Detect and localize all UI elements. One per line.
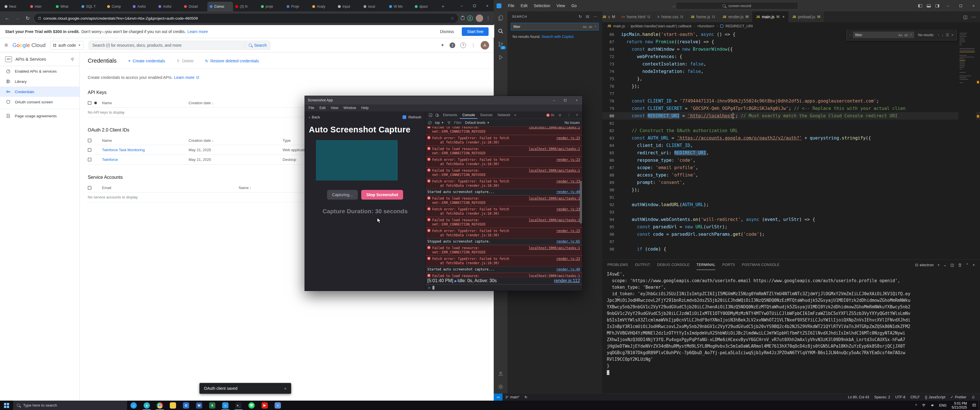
code-line[interactable]: 82 // Construct the OAuth authorization …: [602, 127, 980, 134]
new-terminal-icon[interactable]: +: [937, 263, 940, 267]
console-log-list[interactable]: ×Failed to load resource: net::ERR_CONNE…: [426, 127, 582, 277]
terminal-output[interactable]: I4swE', scope: 'https://www.googleapis.c…: [602, 270, 980, 393]
start-free-button[interactable]: Start free: [462, 27, 488, 36]
maximize-button[interactable]: [560, 96, 571, 105]
match-case-icon[interactable]: Aa: [899, 33, 902, 37]
banner-learn-more-link[interactable]: Learn more: [188, 29, 208, 34]
issues-counter[interactable]: No Issues: [565, 121, 580, 125]
hamburger-menu-icon[interactable]: ≡: [5, 42, 8, 48]
breadcrumb-item[interactable]: ipcMain.handle('start-oauth') callback: [631, 24, 692, 28]
language-indicator[interactable]: ENG: [937, 400, 949, 410]
source-link[interactable]: render.js:23: [556, 180, 580, 184]
whole-word-icon[interactable]: ab: [904, 33, 908, 37]
code-line[interactable]: 79 const CLIENT_SECRET = 'GOCSPX-Qmh_OGP…: [602, 105, 980, 112]
toggle-panel-icon[interactable]: [924, 0, 933, 11]
search-icon[interactable]: [494, 24, 508, 38]
toggle-sidebar-icon[interactable]: [916, 0, 924, 11]
breadcrumb-item[interactable]: REDIRECT_URI: [725, 24, 753, 28]
browser-tab[interactable]: Proje: [284, 2, 310, 11]
devtools-tab-sources[interactable]: Sources: [477, 111, 495, 119]
clear-results-icon[interactable]: ⊟: [586, 14, 590, 19]
code-line[interactable]: 72 webPreferences: {: [602, 53, 980, 60]
maximize-button[interactable]: [468, 0, 481, 11]
column-header[interactable]: Name: [102, 101, 189, 105]
regex-icon[interactable]: .*: [594, 25, 596, 29]
regex-icon[interactable]: .*: [910, 33, 912, 37]
browser-tab[interactable]: Inter: [28, 2, 54, 11]
browser-tab[interactable]: local: [361, 2, 387, 11]
source-link[interactable]: render.js:23: [556, 158, 580, 162]
code-line[interactable]: 73 contextIsolation: false,: [602, 60, 980, 68]
indentation[interactable]: Spaces: 2: [872, 395, 893, 399]
source-link[interactable]: render.js:23: [556, 136, 580, 140]
code-line[interactable]: 76 });: [602, 83, 980, 90]
menu-item-view[interactable]: View: [328, 106, 341, 110]
menu-item-window[interactable]: Window: [341, 106, 359, 110]
code-line[interactable]: 92 authWindow.loadURL(AUTH_URL);: [602, 201, 980, 208]
tab-close-icon[interactable]: ×: [782, 14, 784, 19]
sync-icon[interactable]: ↻: [522, 395, 530, 399]
back-button[interactable]: ‹Back: [309, 115, 320, 119]
code-line[interactable]: 90 });: [602, 186, 980, 194]
row-checkbox[interactable]: [88, 158, 91, 161]
refresh-button[interactable]: Refresh: [402, 115, 422, 119]
editor-scrollbar[interactable]: [976, 30, 980, 259]
devtools-settings-icon[interactable]: [557, 113, 563, 117]
delete-button[interactable]: Delete: [177, 59, 193, 63]
client-name-link[interactable]: Twinforce: [102, 157, 118, 162]
notifications-bell-icon[interactable]: [969, 395, 978, 399]
editor-actions-icon[interactable]: ⋯: [972, 14, 976, 20]
browser-tab[interactable]: What: [54, 2, 79, 11]
source-link[interactable]: localhost:3000/api/tasks:1: [529, 127, 580, 130]
code-line[interactable]: 98 if (code) {: [602, 245, 980, 253]
browser-tab[interactable]: (3) N: [233, 2, 259, 11]
code-line[interactable]: 77: [602, 90, 980, 97]
code-line[interactable]: 88 access_type: 'offline',: [602, 172, 980, 179]
reload-button[interactable]: ↻: [24, 15, 31, 21]
sidebar-item-page-usage-agreements[interactable]: Page usage agreements: [0, 111, 80, 121]
close-button[interactable]: ×: [571, 96, 582, 105]
browser-avatar[interactable]: [476, 14, 483, 22]
browser-tab[interactable]: Asiful: [130, 2, 156, 11]
editor-tab-home-html[interactable]: <>home.htmlU: [617, 11, 654, 22]
code-line[interactable]: 87 scope: 'email profile',: [602, 164, 980, 172]
find-next-icon[interactable]: ↓: [942, 33, 943, 37]
dismiss-button[interactable]: Dismiss: [440, 29, 454, 34]
match-case-icon[interactable]: Aa: [583, 25, 587, 29]
more-tabs-icon[interactable]: »: [513, 113, 518, 117]
context-selector[interactable]: top▼: [435, 121, 444, 125]
column-header[interactable]: Creation date↓: [189, 138, 283, 143]
minimap[interactable]: [958, 30, 976, 259]
browser-tab[interactable]: W Mo: [387, 2, 412, 11]
more-options-icon[interactable]: ⋮: [471, 43, 476, 48]
devtools-close-icon[interactable]: ×: [574, 113, 579, 117]
code-editor[interactable]: 66ipcMain.handle('start-oauth', async ()…: [602, 30, 980, 259]
editor-tab-home-js[interactable]: JShome.jsU: [687, 11, 719, 22]
code-line[interactable]: 75 },: [602, 75, 980, 83]
devtools-tab-console[interactable]: Console: [460, 111, 477, 119]
menu-item-view[interactable]: View: [554, 3, 568, 9]
code-line[interactable]: 91: [602, 194, 980, 201]
menu-item-selection[interactable]: Selection: [531, 3, 553, 9]
notifications-badge[interactable]: 2: [450, 43, 455, 48]
source-link[interactable]: render.js:49: [556, 190, 580, 194]
column-header[interactable]: Name: [102, 138, 189, 143]
source-link[interactable]: render.js:23: [556, 207, 580, 211]
breadcrumb-item[interactable]: <function>: [697, 24, 714, 28]
panel-tab-debug-console[interactable]: DEBUG CONSOLE: [657, 260, 689, 270]
tray-expand-icon[interactable]: ^: [913, 400, 919, 410]
column-header[interactable]: Email: [102, 186, 239, 190]
code-line[interactable]: 86 response_type: 'code',: [602, 157, 980, 164]
taskbar-word-icon[interactable]: W: [192, 400, 206, 410]
code-line[interactable]: 95 const parsedUrl = new URL(urlStr);: [602, 223, 980, 230]
taskbar-youtube-icon[interactable]: ▶: [258, 400, 271, 410]
browser-tab[interactable]: dpast: [412, 2, 438, 11]
account-avatar[interactable]: A: [480, 41, 489, 49]
code-line[interactable]: 93: [602, 208, 980, 216]
formatter[interactable]: ✓Prettier: [948, 395, 969, 399]
console-filter-input[interactable]: Filter: [454, 121, 462, 125]
menu-item-file[interactable]: File: [505, 3, 517, 9]
breadcrumb[interactable]: JSmain.js›ipcMain.handle('start-oauth') …: [602, 22, 980, 30]
more-actions-icon[interactable]: ⋯: [593, 14, 598, 19]
refresh-icon[interactable]: ↻: [579, 14, 582, 19]
